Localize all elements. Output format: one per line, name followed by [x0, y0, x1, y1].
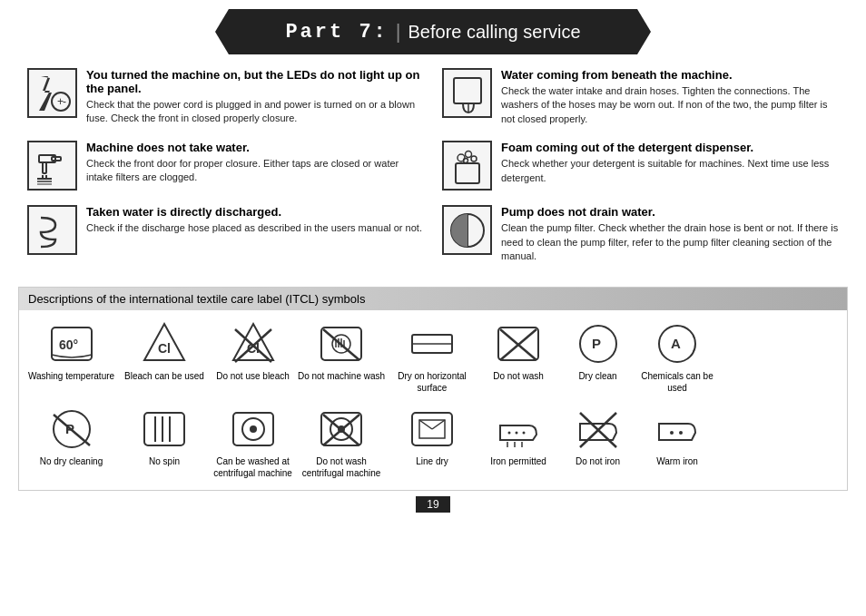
symbol-no-centrifugal: Do not wash centrifugal machine: [296, 403, 387, 479]
issue-water-discharge-heading: Taken water is directly discharged.: [86, 205, 422, 219]
no-machine-wash-icon: [315, 318, 368, 370]
symbol-dry-clean: P Dry clean: [559, 318, 636, 394]
svg-line-32: [323, 329, 359, 360]
issue-pump-drain: Pump does not drain water. Clean the pum…: [442, 205, 839, 263]
svg-point-61: [508, 432, 511, 435]
iron-permitted-icon: [492, 403, 545, 455]
issue-water-discharge-text: Taken water is directly discharged. Chec…: [86, 205, 422, 235]
symbols-container: 60° Washing temperature Cl Bleach can be…: [19, 310, 847, 403]
issue-no-water-heading: Machine does not take water.: [86, 141, 424, 154]
symbol-washing-temp: 60° Washing temperature: [24, 318, 119, 394]
foam-icon: [442, 141, 492, 191]
bleach-can-icon: Cl: [138, 318, 191, 370]
svg-rect-45: [144, 413, 184, 445]
issue-no-water-body: Check the front door for proper closure.…: [86, 157, 424, 185]
svg-line-59: [419, 420, 432, 429]
centrifugal-wash-label: Can be washed at centrifugal machine: [210, 455, 296, 479]
issue-no-water: Machine does not take water. Check the f…: [27, 141, 424, 191]
svg-point-19: [463, 158, 467, 162]
symbol-centrifugal-wash: Can be washed at centrifugal machine: [210, 403, 296, 479]
symbol-line-dry: Line dry: [387, 403, 477, 479]
no-bleach-label: Do not use bleach: [216, 370, 290, 382]
svg-text:Cl: Cl: [158, 341, 171, 356]
page-number-container: 19: [0, 496, 866, 513]
svg-text:P: P: [592, 336, 601, 351]
symbol-no-dry-cleaning: P No dry cleaning: [24, 403, 119, 479]
no-machine-wash-label: Do not machine wash: [298, 370, 385, 382]
svg-marker-0: [39, 76, 52, 111]
do-not-iron-icon: [572, 403, 625, 455]
svg-point-62: [516, 432, 518, 435]
svg-point-69: [670, 431, 674, 435]
left-column: + - You turned the machine on, but the L…: [18, 68, 433, 278]
svg-rect-6: [43, 162, 46, 173]
no-dry-cleaning-label: No dry cleaning: [40, 455, 103, 467]
issue-pump-drain-body: Clean the pump filter. Check whether the…: [501, 221, 839, 263]
bleach-can-label: Bleach can be used: [124, 370, 204, 382]
page-header: Part 7: | Before calling service: [215, 9, 651, 54]
issue-water-beneath-body: Check the water intake and drain hoses. …: [501, 84, 839, 126]
issue-water-beneath: Water coming from beneath the machine. C…: [442, 68, 839, 126]
issue-water-discharge-body: Check if the discharge hose placed as de…: [86, 221, 422, 235]
dry-clean-icon: P: [572, 318, 625, 370]
issue-pump-drain-heading: Pump does not drain water.: [501, 205, 839, 219]
power-led-icon: + -: [27, 68, 77, 118]
no-dry-cleaning-icon: P: [45, 403, 98, 455]
svg-point-18: [471, 156, 477, 161]
header-divider: |: [396, 20, 401, 44]
symbols-row2: P No dry cleaning No spin: [19, 403, 847, 490]
pump-drain-icon: [442, 205, 492, 255]
washing-temp-icon: 60°: [45, 318, 98, 370]
line-dry-label: Line dry: [416, 455, 448, 467]
warm-iron-label: Warm iron: [656, 455, 698, 467]
issue-water-beneath-heading: Water coming from beneath the machine.: [501, 68, 839, 82]
issue-foam-body: Check whether your detergent is suitable…: [501, 157, 839, 185]
issue-power-led-body: Check that the power cord is plugged in …: [86, 98, 424, 126]
issue-power-led-heading: You turned the machine on, but the LEDs …: [86, 68, 424, 95]
svg-point-51: [250, 425, 257, 433]
no-bleach-icon: Cl: [227, 318, 280, 370]
water-discharge-icon: [27, 205, 77, 255]
svg-line-60: [432, 420, 445, 429]
symbol-dry-horizontal: Dry on horizontal surface: [387, 318, 477, 394]
svg-text:60°: 60°: [59, 337, 78, 352]
symbol-iron-permitted: Iron permitted: [477, 403, 559, 479]
dry-clean-label: Dry clean: [578, 370, 616, 382]
symbol-no-spin: No spin: [119, 403, 210, 479]
chemicals-can-icon: A: [651, 318, 704, 370]
issue-power-led: + - You turned the machine on, but the L…: [27, 68, 424, 126]
do-not-wash-icon: [492, 318, 545, 370]
no-water-icon: [27, 141, 77, 191]
symbol-warm-iron: Warm iron: [636, 403, 718, 479]
do-not-wash-label: Do not wash: [493, 370, 544, 382]
no-spin-icon: [138, 403, 191, 455]
dry-horizontal-icon: [406, 318, 458, 370]
no-spin-label: No spin: [149, 455, 180, 467]
main-content: + - You turned the machine on, but the L…: [0, 68, 866, 278]
issue-no-water-text: Machine does not take water. Check the f…: [86, 141, 424, 185]
descriptions-header: Descriptions of the international textil…: [19, 288, 847, 310]
issue-foam-heading: Foam coming out of the detergent dispens…: [501, 141, 839, 154]
iron-permitted-label: Iron permitted: [490, 455, 546, 467]
issue-foam: Foam coming out of the detergent dispens…: [442, 141, 839, 191]
header-part: Part 7:: [285, 21, 388, 44]
water-beneath-icon: [442, 68, 492, 118]
page-number: 19: [416, 496, 449, 513]
descriptions-section: Descriptions of the international textil…: [18, 287, 848, 491]
svg-point-70: [679, 431, 683, 435]
svg-point-63: [523, 432, 526, 435]
washing-temp-label: Washing temperature: [28, 370, 114, 382]
header-title: Before calling service: [408, 22, 581, 43]
symbol-no-bleach: Cl Do not use bleach: [210, 318, 296, 394]
warm-iron-icon: [651, 403, 704, 455]
issue-foam-text: Foam coming out of the detergent dispens…: [501, 141, 839, 185]
issue-pump-drain-text: Pump does not drain water. Clean the pum…: [501, 205, 839, 263]
svg-text:A: A: [671, 336, 681, 351]
svg-point-17: [465, 151, 471, 157]
issue-water-beneath-text: Water coming from beneath the machine. C…: [501, 68, 839, 126]
symbol-chemicals-can: A Chemicals can be used: [636, 318, 718, 394]
issue-water-discharge: Taken water is directly discharged. Chec…: [27, 205, 424, 255]
line-dry-icon: [406, 403, 458, 455]
do-not-iron-label: Do not iron: [576, 455, 620, 467]
right-column: Water coming from beneath the machine. C…: [433, 68, 848, 278]
